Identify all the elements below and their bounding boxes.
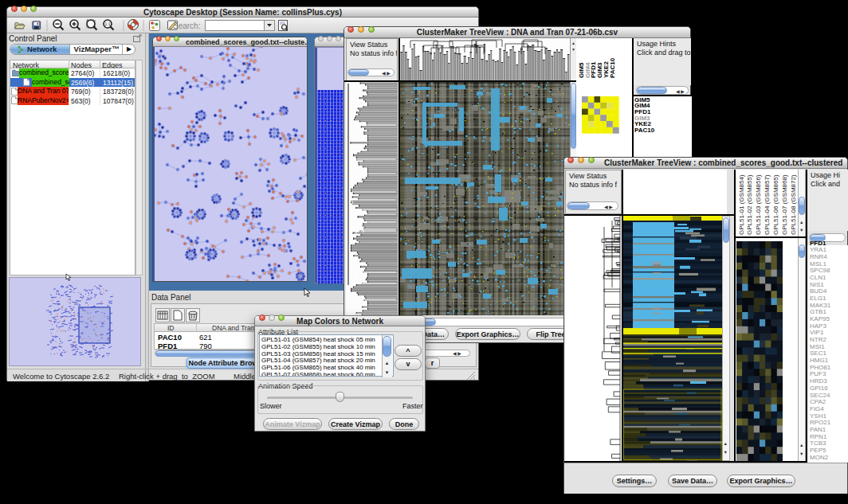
svg-text:GPL51-01 (GSM854): GPL51-01 (GSM854) (738, 174, 745, 235)
svg-text:GPL51-04 (GSM857): GPL51-04 (GSM857) (764, 174, 771, 235)
svg-text:GPL51-06 (GSM865): GPL51-06 (GSM865) (772, 174, 779, 235)
svg-text:GPL51-07 (GSM868): GPL51-07 (GSM868) (781, 174, 788, 235)
svg-text:GPL51-08 (GSM872): GPL51-08 (GSM872) (790, 174, 797, 235)
svg-text:GPL51-03 (GSM856): GPL51-03 (GSM856) (755, 174, 762, 235)
svg-text:GPL51-02 (GSM855): GPL51-02 (GSM855) (746, 174, 753, 235)
svg-text:Search:: Search: (173, 21, 200, 30)
svg-text:PAC10: PAC10 (609, 57, 616, 78)
svg-text:1:1: 1:1 (105, 21, 111, 26)
